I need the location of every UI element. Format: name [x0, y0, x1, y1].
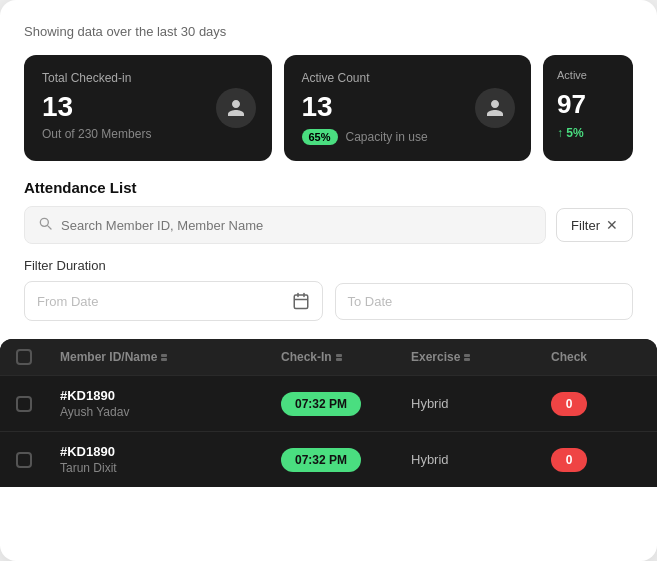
row2-checkin-badge: 07:32 PM: [281, 448, 361, 472]
row1-checkbox-cell: [16, 396, 60, 412]
capacity-pct: 65%: [302, 129, 338, 145]
row2-checkin: 07:32 PM: [281, 448, 411, 472]
attendance-table: Member ID/Name Check-In Exercise Check #…: [0, 339, 657, 487]
from-date-placeholder: From Date: [37, 294, 98, 309]
th-exercise: Exercise: [411, 350, 551, 364]
sort-member-icon[interactable]: [161, 354, 167, 361]
calendar-icon: [292, 292, 310, 310]
row1-checkin: 07:32 PM: [281, 392, 411, 416]
capacity-bar-row: 65% Capacity in use: [302, 129, 514, 145]
th-checkout: Check: [551, 350, 641, 364]
row2-exercise: Hybrid: [411, 452, 551, 467]
svg-rect-0: [294, 295, 308, 309]
row2-member: #KD1890 Tarun Dixit: [60, 444, 281, 475]
main-container: Showing data over the last 30 days Total…: [0, 0, 657, 561]
row2-checkout-badge: 0: [551, 448, 587, 472]
capacity-label: Capacity in use: [346, 130, 428, 144]
active-card: Active 97 ↑ 5%: [543, 55, 633, 161]
table-header: Member ID/Name Check-In Exercise Check: [0, 339, 657, 375]
attendance-list-title: Attendance List: [0, 161, 657, 206]
search-box[interactable]: [24, 206, 546, 244]
row1-checkbox[interactable]: [16, 396, 32, 412]
row1-member: #KD1890 Ayush Yadav: [60, 388, 281, 419]
total-checked-in-sub: Out of 230 Members: [42, 127, 254, 141]
row1-checkout: 0: [551, 392, 641, 416]
row2-member-id: #KD1890: [60, 444, 281, 459]
cards-row: Total Checked-in 13 Out of 230 Members A…: [0, 55, 657, 161]
to-date-input[interactable]: To Date: [335, 283, 634, 320]
person-icon-2: [475, 88, 515, 128]
total-checked-in-label: Total Checked-in: [42, 71, 254, 85]
filter-duration-label: Filter Duration: [0, 244, 657, 281]
filter-label: Filter: [571, 218, 600, 233]
search-filter-row: Filter ✕: [0, 206, 657, 244]
row1-member-name: Ayush Yadav: [60, 405, 281, 419]
row2-checkbox-cell: [16, 452, 60, 468]
th-member: Member ID/Name: [60, 350, 281, 364]
row2-checkout: 0: [551, 448, 641, 472]
table-row: #KD1890 Ayush Yadav 07:32 PM Hybrid 0: [0, 375, 657, 431]
active-count-value: 97: [557, 89, 619, 120]
search-icon: [37, 215, 53, 235]
filter-close-icon: ✕: [606, 217, 618, 233]
row1-checkout-badge: 0: [551, 392, 587, 416]
search-input[interactable]: [61, 218, 533, 233]
row2-member-name: Tarun Dixit: [60, 461, 281, 475]
active-count-card: Active Count 13 65% Capacity in use: [284, 55, 532, 161]
active-count-label: Active Count: [302, 71, 514, 85]
header-checkbox-cell: [16, 349, 60, 365]
sort-exercise-icon[interactable]: [464, 354, 470, 361]
sort-checkin-icon[interactable]: [336, 354, 342, 361]
row2-checkbox[interactable]: [16, 452, 32, 468]
date-row: From Date To Date: [0, 281, 657, 321]
total-checked-in-card: Total Checked-in 13 Out of 230 Members: [24, 55, 272, 161]
subtitle: Showing data over the last 30 days: [0, 24, 657, 55]
row1-checkin-badge: 07:32 PM: [281, 392, 361, 416]
filter-button[interactable]: Filter ✕: [556, 208, 633, 242]
from-date-input[interactable]: From Date: [24, 281, 323, 321]
active-trend: ↑ 5%: [557, 126, 619, 140]
active-label: Active: [557, 69, 619, 81]
person-icon-1: [216, 88, 256, 128]
row1-exercise: Hybrid: [411, 396, 551, 411]
th-checkin: Check-In: [281, 350, 411, 364]
table-row: #KD1890 Tarun Dixit 07:32 PM Hybrid 0: [0, 431, 657, 487]
to-date-placeholder: To Date: [348, 294, 393, 309]
row1-member-id: #KD1890: [60, 388, 281, 403]
select-all-checkbox[interactable]: [16, 349, 32, 365]
